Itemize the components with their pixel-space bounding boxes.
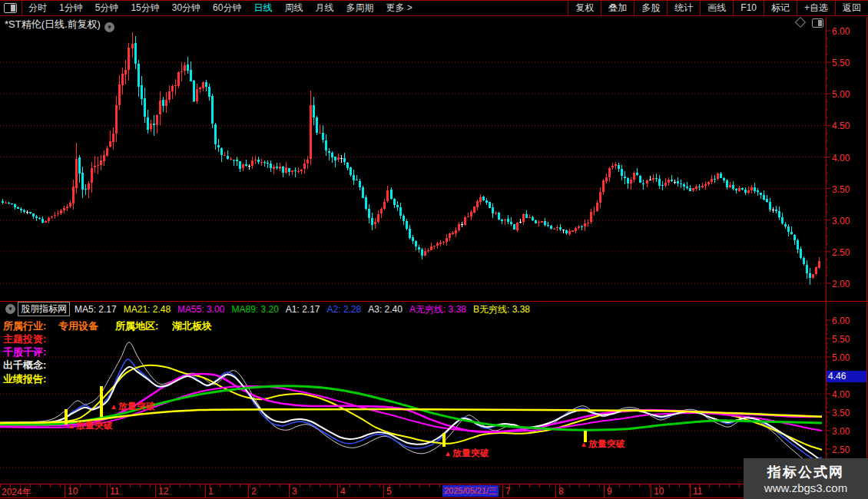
month-label[interactable]: 5 — [386, 486, 392, 497]
indicator-values: MA5: 2.17MA21: 2.48MA55: 3.00MA89: 3.20A… — [75, 302, 537, 316]
month-label[interactable]: 11 — [693, 486, 702, 497]
month-label[interactable]: 3 — [292, 486, 297, 497]
month-label[interactable]: 4 — [340, 486, 346, 497]
month-divider — [337, 484, 338, 498]
chevron-down-circle-icon[interactable]: ▾ — [5, 304, 15, 314]
info-link[interactable]: 业绩报告: — [3, 372, 46, 386]
up-triangle-icon: ▲ — [68, 421, 75, 430]
info-link[interactable]: 湖北板块 — [172, 319, 212, 333]
month-divider — [383, 484, 384, 498]
date-ticks — [0, 484, 827, 487]
chevron-down-circle-icon[interactable]: ▾ — [104, 22, 114, 32]
month-label[interactable]: 8 — [558, 486, 564, 497]
stock-app-window: 分时1分钟5分钟15分钟30分钟60分钟日线周线月线多周期更多 > 复权叠加多股… — [0, 0, 868, 499]
indicator-header: ▾ 股朋指标网 MA5: 2.17MA21: 2.48MA55: 3.00MA8… — [2, 303, 537, 315]
axis-label: 2.50 — [832, 444, 866, 455]
indicator-value: B无穷线: 3.38 — [473, 304, 530, 315]
month-label[interactable]: 2024年 — [2, 486, 31, 499]
month-label[interactable]: 2 — [251, 486, 257, 497]
month-divider — [205, 484, 206, 498]
axis-label: 5.00 — [832, 89, 866, 100]
candlestick-chart[interactable] — [0, 0, 868, 499]
chart-title: *ST精伦(日线.前复权)▾ — [5, 18, 114, 32]
breakout-signal-marker: ▲放量突破 — [110, 400, 155, 413]
month-divider — [604, 484, 605, 498]
axis-label: 6.00 — [832, 26, 866, 37]
indicator-value: MA55: 3.00 — [177, 304, 224, 315]
month-divider — [690, 484, 691, 498]
month-divider — [555, 484, 556, 498]
axis-line — [826, 17, 827, 499]
info-link[interactable]: 主题投资: — [3, 332, 46, 346]
axis-label: 5.50 — [832, 334, 866, 345]
axis-label: 5.50 — [832, 58, 866, 68]
up-triangle-icon: ▲ — [580, 440, 588, 448]
watermark: 指标公式网 www.zbgs3.com — [744, 458, 868, 499]
split-pane-icon[interactable] — [812, 18, 823, 28]
month-divider — [248, 484, 249, 498]
month-label[interactable]: 12 — [158, 486, 168, 497]
axis-label: 4.00 — [832, 389, 866, 400]
signal-label: 放量突破 — [452, 448, 489, 458]
date-axis: 2024年101112123452025/05/21/三7891011 — [0, 484, 868, 498]
indicator-value: A3: 2.40 — [368, 304, 403, 315]
indicator-source-badge[interactable]: 股朋指标网 — [18, 302, 70, 316]
selected-date-label[interactable]: 2025/05/21/三 — [442, 485, 499, 497]
watermark-url: www.zbgs3.com — [764, 481, 847, 494]
month-divider — [155, 484, 156, 498]
month-label[interactable]: 10 — [68, 486, 78, 497]
indicator-value: A无穷线: 3.38 — [409, 304, 466, 315]
signal-label: 放量突破 — [118, 401, 155, 411]
indicator-value: MA5: 2.17 — [75, 304, 117, 315]
info-link[interactable]: 出千概念: — [3, 359, 46, 372]
month-label[interactable]: 10 — [654, 486, 664, 497]
axis-label: 4.00 — [832, 153, 866, 164]
axis-label: 6.00 — [832, 316, 866, 326]
month-divider — [107, 484, 108, 498]
month-label[interactable]: 11 — [110, 486, 119, 497]
indicator-value: MA21: 2.48 — [124, 304, 171, 315]
month-divider — [65, 484, 65, 498]
breakout-signal-marker: ▲放量突破 — [580, 438, 625, 451]
month-divider — [502, 484, 503, 498]
up-triangle-icon: ▲ — [110, 402, 118, 411]
info-link[interactable]: 专用设备 — [58, 319, 98, 333]
signal-label: 放量突破 — [588, 438, 625, 449]
month-label[interactable]: 9 — [607, 486, 612, 497]
axis-label: 3.00 — [832, 426, 866, 437]
right-frame-line — [866, 17, 867, 499]
axis-label: 3.00 — [832, 216, 866, 226]
month-divider — [651, 484, 651, 498]
month-label[interactable]: 7 — [505, 486, 511, 497]
info-link[interactable]: 所属行业: — [3, 319, 46, 333]
info-link[interactable]: 千股千评: — [3, 345, 46, 359]
indicator-value: A2: 2.28 — [327, 304, 362, 315]
axis-label: 5.00 — [832, 352, 866, 363]
axis-label: 3.50 — [832, 184, 866, 195]
breakout-signal-marker: ▲放量突破 — [68, 419, 113, 432]
month-label[interactable]: 1 — [208, 486, 214, 497]
breakout-signal-marker: ▲放量突破 — [444, 447, 489, 460]
signal-label: 放量突破 — [76, 420, 113, 431]
up-triangle-icon: ▲ — [444, 449, 452, 458]
axis-label: 2.50 — [832, 247, 866, 258]
indicator-value: MA89: 3.20 — [231, 304, 278, 315]
indicator-value: A1: 2.17 — [286, 304, 320, 315]
axis-label: 4.50 — [832, 121, 866, 131]
month-divider — [289, 484, 290, 498]
price-tag: 4.46 — [827, 371, 866, 382]
watermark-site-name: 指标公式网 — [767, 463, 844, 481]
info-link[interactable]: 所属地区: — [115, 319, 158, 333]
axis-label: 3.50 — [832, 408, 866, 418]
axis-label: 2.00 — [832, 279, 866, 289]
